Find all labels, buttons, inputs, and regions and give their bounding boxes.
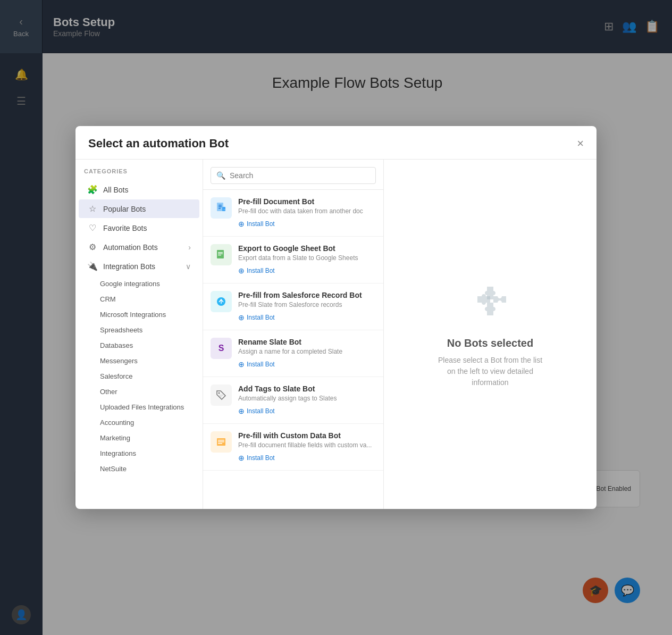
svg-rect-14 — [218, 441, 224, 442]
modal-close-button[interactable]: × — [577, 138, 584, 149]
automation-bots-chevron: › — [188, 243, 191, 252]
automation-bots-icon: ⚙ — [87, 242, 98, 252]
category-popular-bots[interactable]: ☆ Popular Bots — [79, 199, 199, 218]
integration-bots-chevron: ∨ — [186, 262, 191, 271]
svg-rect-6 — [217, 250, 224, 258]
subcat-crm[interactable]: CRM — [75, 291, 203, 307]
category-favorite-bots[interactable]: ♡ Favorite Bots — [79, 219, 199, 237]
modal-title: Select an automation Bot — [88, 137, 229, 151]
svg-rect-2 — [219, 206, 222, 207]
favorite-bots-label: Favorite Bots — [103, 224, 147, 232]
bot-item-prefill-doc[interactable]: → Pre-fill Document Bot Pre-fill doc wit… — [203, 190, 383, 237]
install-rename-button[interactable]: ⊕ Install Bot — [238, 360, 275, 369]
subcat-google[interactable]: Google integrations — [75, 276, 203, 291]
bot-item-prefill-salesforce[interactable]: Pre-fill from Salesforce Record Bot Pre-… — [203, 283, 383, 330]
automation-bots-label: Automation Bots — [103, 243, 158, 252]
bot-name-rename: Rename Slate Bot — [238, 338, 376, 346]
bot-name-tags: Add Tags to Slate Bot — [238, 385, 376, 393]
bot-desc-salesforce: Pre-fill Slate from Salesforce records — [238, 301, 376, 308]
bot-icon-salesforce — [211, 291, 232, 312]
install-prefill-doc-button[interactable]: ⊕ Install Bot — [238, 220, 275, 228]
subcat-netsuite[interactable]: NetSuite — [75, 461, 203, 477]
favorite-bots-icon: ♡ — [87, 223, 98, 233]
popular-bots-label: Popular Bots — [103, 205, 146, 213]
bot-desc-tags: Automatically assign tags to Slates — [238, 395, 376, 402]
subcat-spreadsheets[interactable]: Spreadsheets — [75, 322, 203, 338]
category-automation-bots[interactable]: ⚙ Automation Bots › — [79, 238, 199, 256]
svg-rect-1 — [219, 205, 222, 206]
install-plus-icon: ⊕ — [238, 220, 245, 228]
search-bar: 🔍 — [203, 160, 383, 190]
no-bots-title: No Bots selected — [447, 337, 533, 349]
subcat-messengers[interactable]: Messengers — [75, 353, 203, 369]
bot-detail-panel: No Bots selected Please select a Bot fro… — [384, 160, 597, 509]
svg-rect-13 — [218, 440, 224, 441]
categories-label: CATEGORIES — [75, 168, 203, 180]
bot-name-prefill-doc: Pre-fill Document Bot — [238, 197, 376, 206]
bot-name-custom: Pre-fill with Custom Data Bot — [238, 431, 376, 440]
bot-select-modal: Select an automation Bot × CATEGORIES 🧩 … — [75, 126, 597, 509]
modal-overlay: Select an automation Bot × CATEGORIES 🧩 … — [0, 0, 672, 635]
subcat-salesforce[interactable]: Salesforce — [75, 369, 203, 384]
popular-bots-icon: ☆ — [87, 204, 98, 214]
bot-name-salesforce: Pre-fill from Salesforce Record Bot — [238, 291, 376, 299]
svg-rect-9 — [218, 255, 221, 255]
bot-icon-custom — [211, 431, 232, 453]
bot-list: → Pre-fill Document Bot Pre-fill doc wit… — [203, 190, 383, 509]
empty-state-icon — [471, 280, 509, 327]
integration-bots-label: Integration Bots — [103, 262, 155, 271]
subcat-integrations[interactable]: Integrations — [75, 446, 203, 461]
install-plus-icon5: ⊕ — [238, 407, 245, 415]
bot-item-add-tags[interactable]: Add Tags to Slate Bot Automatically assi… — [203, 377, 383, 424]
search-input-wrap: 🔍 — [211, 167, 376, 184]
category-all-bots[interactable]: 🧩 All Bots — [79, 180, 199, 199]
install-plus-icon2: ⊕ — [238, 266, 245, 275]
bot-item-custom-data[interactable]: Pre-fill with Custom Data Bot Pre-fill d… — [203, 424, 383, 471]
subcat-other[interactable]: Other — [75, 384, 203, 399]
svg-rect-3 — [219, 208, 221, 209]
subcat-marketing[interactable]: Marketing — [75, 430, 203, 446]
search-input[interactable] — [230, 171, 370, 180]
bot-icon-rename: S — [211, 338, 232, 359]
search-icon: 🔍 — [216, 171, 225, 180]
svg-rect-15 — [218, 443, 222, 444]
svg-text:→: → — [223, 208, 226, 211]
bot-desc-export-google: Export data from a Slate to Google Sheet… — [238, 254, 376, 262]
modal-body: CATEGORIES 🧩 All Bots ☆ Popular Bots ♡ F… — [75, 160, 597, 509]
modal-header: Select an automation Bot × — [75, 126, 597, 160]
categories-panel: CATEGORIES 🧩 All Bots ☆ Popular Bots ♡ F… — [75, 160, 203, 509]
subcat-databases[interactable]: Databases — [75, 338, 203, 353]
subcat-uploaded-files[interactable]: Uploaded Files Integrations — [75, 399, 203, 415]
install-plus-icon6: ⊕ — [238, 454, 245, 462]
bot-desc-rename: Assign a name for a completed Slate — [238, 348, 376, 355]
svg-rect-8 — [218, 254, 223, 254]
install-tags-button[interactable]: ⊕ Install Bot — [238, 407, 275, 415]
all-bots-label: All Bots — [103, 186, 128, 194]
install-plus-icon4: ⊕ — [238, 360, 245, 369]
install-custom-button[interactable]: ⊕ Install Bot — [238, 454, 275, 462]
all-bots-icon: 🧩 — [87, 185, 98, 195]
bot-item-export-google[interactable]: Export to Google Sheet Bot Export data f… — [203, 237, 383, 283]
category-integration-bots[interactable]: 🔌 Integration Bots ∨ — [79, 257, 199, 275]
bot-icon-tags — [211, 385, 232, 406]
install-salesforce-button[interactable]: ⊕ Install Bot — [238, 313, 275, 322]
bot-list-panel: 🔍 → — [203, 160, 384, 509]
bot-desc-custom: Pre-fill document fillable fields with c… — [238, 441, 376, 449]
bot-name-export-google: Export to Google Sheet Bot — [238, 244, 376, 253]
bot-item-rename-slate[interactable]: S Rename Slate Bot Assign a name for a c… — [203, 330, 383, 377]
install-plus-icon3: ⊕ — [238, 313, 245, 322]
install-export-google-button[interactable]: ⊕ Install Bot — [238, 266, 275, 275]
bot-desc-prefill-doc: Pre-fill doc with data taken from anothe… — [238, 207, 376, 215]
bot-icon-export-google — [211, 244, 232, 265]
bot-icon-prefill-doc: → — [211, 197, 232, 219]
subcat-microsoft[interactable]: Microsoft Integrations — [75, 307, 203, 322]
subcat-accounting[interactable]: Accounting — [75, 415, 203, 430]
no-bots-subtitle: Please select a Bot from the list on the… — [437, 355, 543, 388]
svg-point-11 — [219, 392, 220, 394]
svg-rect-7 — [218, 252, 223, 253]
integration-bots-icon: 🔌 — [87, 261, 98, 271]
